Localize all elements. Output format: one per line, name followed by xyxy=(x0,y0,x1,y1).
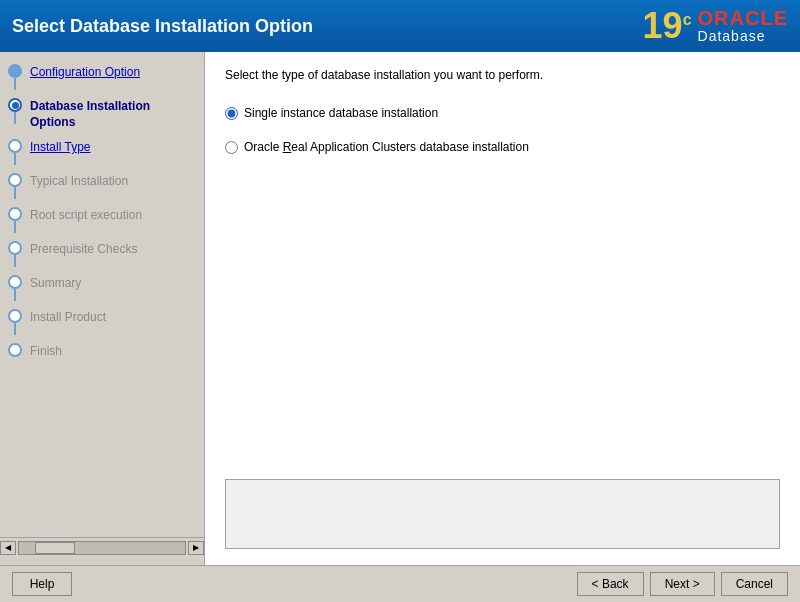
title-bar: Select Database Installation Option 19c … xyxy=(0,0,800,52)
nav-item-typical-installation: Typical Installation xyxy=(0,169,204,203)
back-button[interactable]: < Back xyxy=(577,572,644,596)
nav-circle-prerequisite-checks xyxy=(8,241,22,255)
content-description: Select the type of database installation… xyxy=(225,68,780,82)
nav-label-root-script-execution: Root script execution xyxy=(26,207,146,225)
oracle-text: ORACLE xyxy=(698,8,788,28)
nav-circle-install-product xyxy=(8,309,22,323)
nav-panel: Configuration Option Database Installati… xyxy=(0,52,205,565)
content-panel: Select the type of database installation… xyxy=(205,52,800,565)
footer: Help < Back Next > Cancel xyxy=(0,565,800,602)
nav-circle-summary xyxy=(8,275,22,289)
nav-circle-finish xyxy=(8,343,22,357)
nav-scroll-right-btn[interactable]: ▶ xyxy=(188,541,204,555)
nav-item-install-product: Install Product xyxy=(0,305,204,339)
oracle-brand: ORACLE Database xyxy=(698,8,788,44)
radio-input-rac[interactable] xyxy=(225,141,238,154)
nav-circle-typical-installation xyxy=(8,173,22,187)
nav-scroll-thumb[interactable] xyxy=(35,542,75,554)
oracle-product: Database xyxy=(698,28,766,44)
nav-circle-configuration-option xyxy=(8,64,22,78)
radio-single-instance[interactable]: Single instance database installation xyxy=(225,102,780,124)
cancel-button[interactable]: Cancel xyxy=(721,572,788,596)
nav-label-database-installation-options[interactable]: Database Installation Options xyxy=(26,98,200,131)
nav-item-summary: Summary xyxy=(0,271,204,305)
nav-label-configuration-option[interactable]: Configuration Option xyxy=(26,64,144,82)
footer-right: < Back Next > Cancel xyxy=(577,572,788,596)
nav-item-finish: Finish xyxy=(0,339,204,365)
nav-label-install-type[interactable]: Install Type xyxy=(26,139,94,157)
nav-label-typical-installation: Typical Installation xyxy=(26,173,132,191)
help-button[interactable]: Help xyxy=(12,572,72,596)
radio-input-single-instance[interactable] xyxy=(225,107,238,120)
nav-circle-install-type xyxy=(8,139,22,153)
radio-rac[interactable]: Oracle Real Application Clusters databas… xyxy=(225,136,780,158)
nav-circle-database-installation-options xyxy=(8,98,22,112)
radio-label-rac: Oracle Real Application Clusters databas… xyxy=(244,140,529,154)
nav-item-root-script-execution: Root script execution xyxy=(0,203,204,237)
nav-items-container: Configuration Option Database Installati… xyxy=(0,60,204,365)
nav-scrollbar[interactable]: ◀ ▶ xyxy=(0,537,204,557)
nav-scroll-track xyxy=(18,541,186,555)
nav-label-finish: Finish xyxy=(26,343,66,361)
next-button[interactable]: Next > xyxy=(650,572,715,596)
nav-label-summary: Summary xyxy=(26,275,85,293)
nav-item-configuration-option[interactable]: Configuration Option xyxy=(0,60,204,94)
nav-item-prerequisite-checks: Prerequisite Checks xyxy=(0,237,204,271)
oracle-logo: 19c ORACLE Database xyxy=(643,8,788,44)
main-content: Configuration Option Database Installati… xyxy=(0,52,800,565)
nav-label-prerequisite-checks: Prerequisite Checks xyxy=(26,241,141,259)
window-title: Select Database Installation Option xyxy=(12,16,313,37)
nav-item-database-installation-options[interactable]: Database Installation Options xyxy=(0,94,204,135)
oracle-version: 19c xyxy=(643,8,692,44)
info-box xyxy=(225,479,780,549)
nav-item-install-type[interactable]: Install Type xyxy=(0,135,204,169)
radio-label-single-instance: Single instance database installation xyxy=(244,106,438,120)
nav-label-install-product: Install Product xyxy=(26,309,110,327)
nav-scroll-left-btn[interactable]: ◀ xyxy=(0,541,16,555)
nav-circle-root-script-execution xyxy=(8,207,22,221)
